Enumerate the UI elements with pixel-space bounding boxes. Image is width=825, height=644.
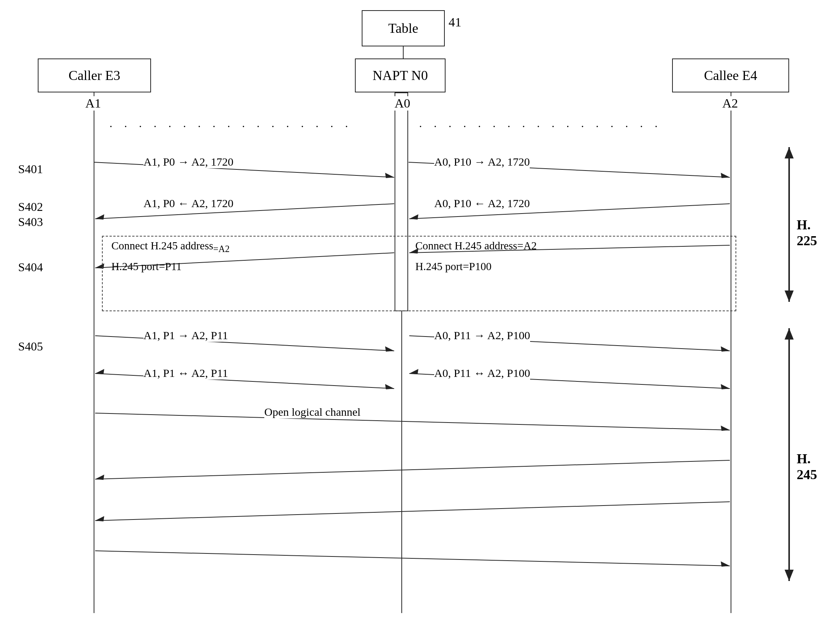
svg-line-29 <box>95 551 730 566</box>
step-s401: S401 <box>18 162 43 176</box>
callee-box: Callee E4 <box>672 59 789 92</box>
step-s405: S405 <box>18 339 43 353</box>
svg-marker-19 <box>95 369 104 374</box>
svg-marker-30 <box>721 561 730 567</box>
svg-marker-6 <box>95 214 104 220</box>
vline-a1 <box>94 92 94 613</box>
s402-left-label: A1, P0 ← A2, 1720 <box>144 197 233 210</box>
svg-marker-28 <box>95 516 104 521</box>
svg-marker-8 <box>409 214 418 220</box>
h245-label: H. 245 <box>797 451 825 482</box>
s405-left1-label: A1, P1 → A2, P11 <box>144 329 228 342</box>
svg-line-25 <box>95 460 730 479</box>
h225-label: H. 225 <box>797 217 825 249</box>
svg-line-1 <box>94 162 394 177</box>
step-s403: S403 <box>18 215 43 229</box>
svg-line-13 <box>95 336 394 351</box>
dots-right: . . . . . . . . . . . . . . . . . <box>419 117 662 130</box>
svg-marker-4 <box>721 173 730 178</box>
open-channel-label: Open logical channel <box>264 405 361 418</box>
axis-a2: A2 <box>722 96 738 111</box>
s404-connect-right-label: Connect H.245 address=A2 <box>415 240 537 252</box>
svg-line-27 <box>95 502 730 521</box>
s401-left-label: A1, P0 → A2, 1720 <box>144 156 233 168</box>
s405-left2-label: A1, P1 ↔ A2, P11 <box>144 367 228 379</box>
diagram: Table 41 Caller E3 NAPT N0 Callee E4 A1 … <box>0 0 825 644</box>
table-label: Table <box>388 20 418 36</box>
napt-box: NAPT N0 <box>355 59 445 92</box>
svg-marker-21 <box>721 384 730 389</box>
svg-marker-33 <box>785 291 794 302</box>
callee-label: Callee E4 <box>704 68 757 83</box>
svg-marker-18 <box>385 384 394 389</box>
s404-connect-left-label: Connect H.245 address=A2 <box>111 240 230 254</box>
table-box: Table <box>362 10 445 46</box>
caller-box: Caller E3 <box>38 59 151 92</box>
svg-line-5 <box>95 204 394 219</box>
svg-marker-36 <box>785 570 794 581</box>
svg-marker-2 <box>385 173 394 178</box>
s403-right-label: A0, P10 ← A2, 1720 <box>434 197 530 210</box>
axis-a1: A1 <box>85 96 101 111</box>
axis-a0: A0 <box>395 96 411 111</box>
caller-label: Caller E3 <box>69 68 121 83</box>
step-s402: S402 <box>18 200 43 214</box>
s401-right-label: A0, P10 → A2, 1720 <box>434 156 530 168</box>
svg-marker-26 <box>95 475 104 480</box>
s405-right1-label: A0, P11 → A2, P100 <box>434 329 530 342</box>
s405-right2-label: A0, P11 ↔ A2, P100 <box>434 367 530 379</box>
vline-a2 <box>731 92 731 613</box>
svg-marker-22 <box>409 369 418 374</box>
table-ref: 41 <box>448 15 461 29</box>
napt-label: NAPT N0 <box>373 68 428 83</box>
svg-line-17 <box>95 373 394 388</box>
step-s404: S404 <box>18 260 43 274</box>
connector-svg <box>0 0 825 644</box>
svg-marker-14 <box>385 346 394 351</box>
vline-a0-bottom <box>402 311 402 613</box>
svg-marker-32 <box>785 147 794 159</box>
svg-marker-24 <box>721 425 730 431</box>
svg-line-23 <box>95 413 730 430</box>
svg-marker-35 <box>785 328 794 339</box>
s404-h245-left-label: H.245 port=P11 <box>111 260 182 273</box>
s404-h245-right-label: H.245 port=P100 <box>415 260 491 273</box>
dots-left: . . . . . . . . . . . . . . . . . <box>110 117 353 130</box>
svg-marker-16 <box>721 346 730 351</box>
